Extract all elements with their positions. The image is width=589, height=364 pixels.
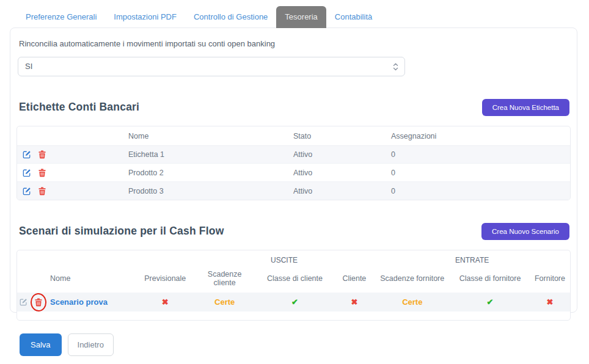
label-name-cell: Prodotto 2	[125, 164, 290, 182]
open-banking-reconcile-select-wrap: SI	[18, 57, 405, 76]
labels-actions-header	[17, 126, 125, 146]
check-icon: ✔	[487, 297, 494, 307]
scenarios-previsionale-header: Previsionale	[136, 266, 194, 293]
label-name-cell: Prodotto 3	[125, 182, 290, 200]
labels-assegnazioni-header: Assegnazioni	[387, 126, 570, 146]
label-status-cell: Attivo	[290, 164, 387, 182]
trash-icon[interactable]	[38, 150, 46, 159]
scadenze-cliente-value: Certe	[214, 297, 235, 307]
scenarios-actions-header	[17, 266, 48, 293]
create-label-button[interactable]: Crea Nuova Etichetta	[482, 99, 569, 116]
scenarios-table-container: USCITE ENTRATE Nome Previsionale Scadenz…	[16, 250, 571, 321]
tesoreria-panel: Rinconcilia automaticamente i movimenti …	[10, 27, 577, 313]
label-name-cell: Etichetta 1	[125, 145, 290, 164]
tab-contabilita[interactable]: Contabilità	[326, 6, 381, 28]
back-button[interactable]: Indietro	[68, 333, 114, 356]
annotation-circle	[30, 293, 47, 312]
scadenze-fornitore-value: Certe	[402, 297, 422, 307]
scenarios-fornitore-header: Fornitore	[530, 266, 570, 293]
tab-impostazioni-pdf[interactable]: Impostazioni PDF	[105, 6, 185, 28]
trash-icon[interactable]	[38, 187, 46, 195]
uscite-group-header: USCITE	[194, 250, 375, 266]
cross-icon: ✖	[162, 297, 169, 307]
labels-stato-header: Stato	[290, 126, 387, 146]
entrate-group-header: ENTRATE	[374, 250, 570, 266]
label-status-cell: Attivo	[290, 145, 387, 164]
cross-icon: ✖	[547, 297, 554, 307]
label-assignments-cell: 0	[387, 182, 570, 200]
scenarios-classe-fornitore-header: Classe di fornitore	[450, 266, 530, 293]
label-status-cell: Attivo	[290, 182, 387, 200]
create-scenario-button[interactable]: Crea Nuovo Scenario	[481, 223, 569, 240]
label-assignments-cell: 0	[387, 164, 570, 182]
check-icon: ✔	[291, 297, 298, 307]
page: Preferenze Generali Impostazioni PDF Con…	[0, 0, 589, 356]
open-banking-reconcile-label: Rinconcilia automaticamente i movimenti …	[19, 37, 283, 51]
save-button[interactable]: Salva	[20, 333, 62, 356]
labels-table: Nome Stato Assegnazioni	[17, 126, 570, 200]
table-row: Etichetta 1 Attivo 0	[17, 145, 570, 164]
scenarios-scadenze-cliente-header: Scadenze cliente	[194, 266, 255, 293]
edit-icon[interactable]	[23, 187, 31, 195]
scenarios-classe-cliente-header: Classe di cliente	[255, 266, 335, 293]
trash-icon[interactable]	[35, 298, 42, 307]
table-row: Prodotto 3 Attivo 0	[17, 182, 570, 200]
labels-section-title: Etichette Conti Bancari	[19, 101, 139, 114]
edit-icon[interactable]	[23, 150, 31, 159]
table-row: Scenario prova ✖ Certe ✔ ✖ Certe ✔ ✖	[17, 293, 570, 311]
scenario-name-link[interactable]: Scenario prova	[48, 293, 136, 311]
settings-tab-bar: Preferenze Generali Impostazioni PDF Con…	[17, 6, 577, 28]
scenarios-scadenze-fornitore-header: Scadenze fornitore	[374, 266, 450, 293]
open-banking-reconcile-select[interactable]: SI	[18, 57, 405, 76]
tab-controllo-di-gestione[interactable]: Controllo di Gestione	[185, 6, 276, 28]
labels-table-container: Nome Stato Assegnazioni	[16, 126, 571, 200]
scenarios-cliente-header: Cliente	[334, 266, 374, 293]
cross-icon: ✖	[351, 297, 357, 307]
edit-icon[interactable]	[23, 169, 31, 177]
labels-nome-header: Nome	[125, 126, 290, 146]
footer-actions: Salva Indietro	[20, 333, 577, 356]
table-row: Prodotto 2 Attivo 0	[17, 164, 570, 182]
trash-icon[interactable]	[38, 169, 46, 177]
tab-tesoreria[interactable]: Tesoreria	[276, 6, 326, 28]
scenarios-section-title: Scenari di simulazione per il Cash Flow	[19, 225, 224, 238]
tab-preferenze-generali[interactable]: Preferenze Generali	[17, 6, 105, 28]
label-assignments-cell: 0	[387, 145, 570, 164]
edit-icon[interactable]	[20, 298, 27, 306]
scenarios-nome-header: Nome	[48, 266, 136, 293]
scenarios-table: USCITE ENTRATE Nome Previsionale Scadenz…	[17, 250, 570, 311]
